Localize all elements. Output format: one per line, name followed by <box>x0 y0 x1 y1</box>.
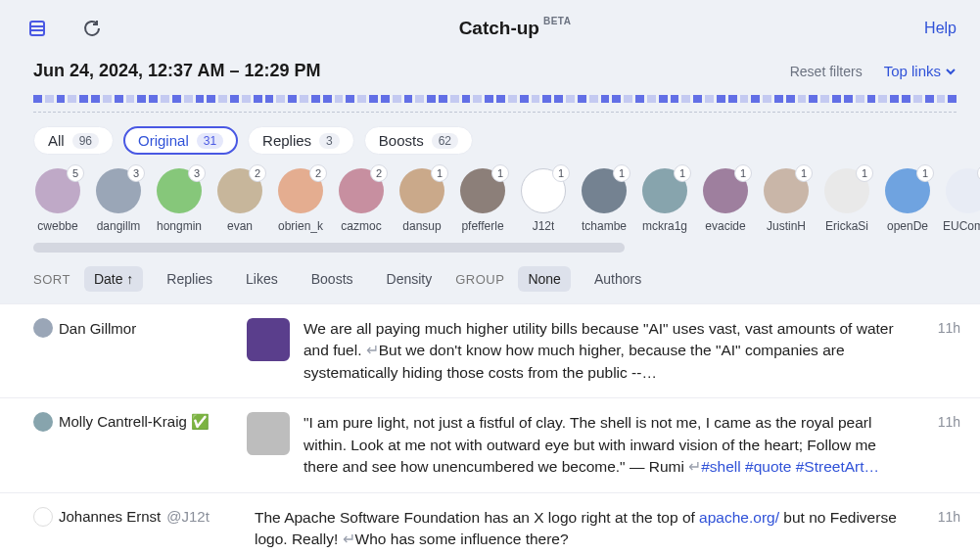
author-filter[interactable]: 1J12t <box>519 168 568 233</box>
author-filter[interactable]: 1pfefferle <box>458 168 507 233</box>
author-filter[interactable]: 1dansup <box>397 168 446 233</box>
author-filter[interactable]: 5cwebbe <box>33 168 82 233</box>
top-links-dropdown[interactable]: Top links <box>884 63 957 79</box>
post-author[interactable]: Johannes Ernst @J12t <box>33 507 239 527</box>
author-username: tchambe <box>582 219 627 233</box>
post-text: "I am pure light, not just a fistful of … <box>303 412 906 478</box>
author-username: hongmin <box>157 219 202 233</box>
sort-likes[interactable]: Likes <box>236 266 288 292</box>
top-bar: Catch-up BETA Help <box>0 0 980 55</box>
post-thumbnail[interactable] <box>247 318 290 361</box>
authors-scrollbar[interactable] <box>33 243 957 253</box>
refresh-icon[interactable] <box>78 15 106 42</box>
sort-density[interactable]: Density <box>377 266 443 292</box>
author-filter[interactable]: 2evan <box>215 168 264 233</box>
post-count-badge: 1 <box>674 164 691 182</box>
return-icon: ↵ <box>688 458 701 475</box>
sort-label: SORT <box>33 272 70 287</box>
filter-replies[interactable]: Replies 3 <box>248 126 354 155</box>
help-link[interactable]: Help <box>924 20 957 37</box>
reset-filters[interactable]: Reset filters <box>790 64 863 79</box>
post-author[interactable]: Dan Gillmor <box>33 318 239 338</box>
filter-all[interactable]: All 96 <box>33 126 114 155</box>
filter-original[interactable]: Original 31 <box>123 126 238 155</box>
chevron-down-icon <box>945 66 957 77</box>
post-count-badge: 2 <box>309 164 327 182</box>
author-filter[interactable]: 3hongmin <box>155 168 204 233</box>
svg-rect-0 <box>30 22 44 35</box>
sort-bar: SORT Date ↑ Replies Likes Boosts Density… <box>0 253 980 303</box>
group-none[interactable]: None <box>518 266 570 292</box>
author-username: EUComm <box>943 219 980 233</box>
author-username: evan <box>227 219 253 233</box>
post-row[interactable]: Johannes Ernst @J12t The Apache Software… <box>0 493 980 554</box>
author-filter[interactable]: 1ErickaSi <box>822 168 871 233</box>
author-filter[interactable]: 1openDe <box>883 168 932 233</box>
author-name: Johannes Ernst <box>59 508 161 525</box>
post-count-badge: 1 <box>431 164 448 182</box>
post-count-badge: 1 <box>613 164 630 182</box>
return-icon: ↵ <box>343 531 355 547</box>
filter-replies-label: Replies <box>262 132 311 149</box>
page-title-wrap: Catch-up BETA <box>459 18 572 39</box>
filter-boosts-label: Boosts <box>379 132 424 149</box>
list-icon[interactable] <box>23 15 51 42</box>
author-filter[interactable]: 1mckra1g <box>640 168 689 233</box>
filter-bar: All 96 Original 31 Replies 3 Boosts 62 <box>0 120 980 164</box>
post-text: We are all paying much higher utility bi… <box>303 318 906 384</box>
filter-all-count: 96 <box>72 133 99 149</box>
author-filter[interactable]: 2cazmoc <box>337 168 386 233</box>
author-filter[interactable]: 1JustinH <box>762 168 811 233</box>
post-count-badge: 1 <box>734 164 752 182</box>
scrollbar-thumb[interactable] <box>33 243 625 253</box>
sort-date[interactable]: Date ↑ <box>84 266 143 292</box>
author-username: evacide <box>705 219 745 233</box>
author-username: obrien_k <box>278 219 323 233</box>
post-link[interactable]: apache.org/ <box>699 509 779 526</box>
beta-badge: BETA <box>543 16 571 26</box>
sort-boosts[interactable]: Boosts <box>302 266 363 292</box>
post-row[interactable]: Molly Cantrell-Kraig ✅ "I am pure light,… <box>0 398 980 492</box>
filter-boosts-count: 62 <box>432 133 458 149</box>
author-username: cazmoc <box>341 219 381 233</box>
author-username: JustinH <box>767 219 806 233</box>
author-handle: @J12t <box>166 508 210 525</box>
author-filter[interactable]: 3dangillm <box>94 168 143 233</box>
filter-original-label: Original <box>138 132 189 149</box>
author-filter[interactable]: 2obrien_k <box>276 168 325 233</box>
avatar <box>33 412 53 432</box>
post-time: 11h <box>913 412 960 430</box>
top-links-label: Top links <box>884 63 941 79</box>
author-username: openDe <box>887 219 928 233</box>
post-row[interactable]: Dan Gillmor We are all paying much highe… <box>0 304 980 398</box>
hashtags[interactable]: #shell #quote #StreetArt… <box>701 458 879 475</box>
post-text: The Apache Software Foundation has an X … <box>255 507 906 551</box>
author-username: mckra1g <box>642 219 687 233</box>
filter-replies-count: 3 <box>319 133 340 149</box>
author-filter[interactable]: 1EUComm <box>944 168 980 233</box>
post-count-badge: 1 <box>795 164 813 182</box>
post-thumbnail[interactable] <box>247 412 290 455</box>
avatar <box>33 318 53 338</box>
activity-timeline[interactable] <box>33 91 957 113</box>
author-username: cwebbe <box>37 219 77 233</box>
post-time: 11h <box>913 318 960 336</box>
filter-boosts[interactable]: Boosts 62 <box>364 126 473 155</box>
author-filter[interactable]: 1tchambe <box>580 168 629 233</box>
author-filter[interactable]: 1evacide <box>701 168 750 233</box>
author-username: dangillm <box>97 219 141 233</box>
post-count-badge: 1 <box>491 164 509 182</box>
author-name: Molly Cantrell-Kraig ✅ <box>59 413 210 431</box>
author-username: ErickaSi <box>825 219 868 233</box>
avatar <box>33 507 53 527</box>
post-count-badge: 3 <box>127 164 145 182</box>
group-authors[interactable]: Authors <box>584 266 651 292</box>
post-count-badge: 3 <box>188 164 206 182</box>
author-username: J12t <box>533 219 555 233</box>
post-author[interactable]: Molly Cantrell-Kraig ✅ <box>33 412 239 432</box>
sort-replies[interactable]: Replies <box>157 266 222 292</box>
author-name: Dan Gillmor <box>59 320 136 337</box>
filter-original-count: 31 <box>197 133 223 149</box>
sub-bar: Jun 24, 2024, 12:37 AM – 12:29 PM Reset … <box>0 55 980 87</box>
group-label: GROUP <box>455 272 504 287</box>
